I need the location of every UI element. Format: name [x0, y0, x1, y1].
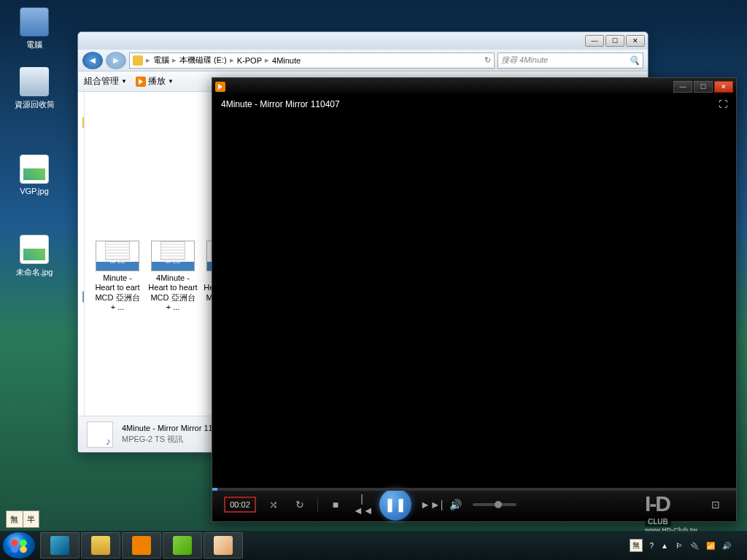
folder-icon [133, 55, 143, 66]
mute-button[interactable]: 🔊 [446, 499, 464, 510]
forward-button[interactable]: ► [106, 52, 126, 69]
taskbar-explorer[interactable] [81, 532, 120, 559]
player-minimize-button[interactable]: — [673, 81, 692, 93]
nav-pane: 我的最愛下載桌面最近的位置媒體櫃文件音樂視訊圖片家用群組電腦本機磁碟 (C:)本… [78, 92, 85, 416]
now-playing-title: 4Minute - Mirror Mirror 110407 [221, 99, 340, 109]
time-display: 00:02 [224, 497, 256, 513]
file-item[interactable]: Minute - Heart to eart MCD 亞洲台 + ... [90, 238, 144, 314]
organize-button[interactable]: 組合管理 ▼ [84, 75, 127, 88]
breadcrumb[interactable]: ▸電腦 ▸本機磁碟 (E:) ▸K-POP ▸4Minute ↻ [129, 52, 495, 69]
breadcrumb-item[interactable]: 本機磁碟 (E:) [179, 55, 227, 66]
video-area[interactable] [212, 113, 736, 488]
media-player-window: — ☐ ✕ 4Minute - Mirror Mirror 110407 ⛶ 0… [212, 77, 737, 522]
ime-toolbar[interactable]: 無 半 [6, 510, 39, 528]
play-icon [136, 77, 146, 87]
file-type-icon [87, 421, 113, 448]
tray-expand-icon[interactable]: ▲ [661, 542, 668, 550]
search-icon: 🔍 [629, 55, 640, 66]
maximize-button[interactable]: ☐ [605, 35, 624, 47]
refresh-icon[interactable]: ↻ [484, 55, 491, 65]
wmp-icon [215, 82, 225, 92]
back-button[interactable]: ◄ [82, 52, 103, 69]
desktop-icon-img-file[interactable]: 未命名.jpg [9, 235, 60, 278]
seek-bar[interactable] [212, 488, 736, 491]
desktop-icon-computer[interactable]: 電腦 [9, 7, 60, 50]
volume-slider[interactable] [473, 503, 516, 506]
repeat-button[interactable]: ↻ [291, 499, 309, 510]
watermark: I-D CLUB www.HD-Club.tw [645, 491, 740, 528]
minimize-button[interactable]: — [585, 35, 604, 47]
network-icon[interactable]: 📶 [706, 542, 715, 550]
breadcrumb-item[interactable]: 電腦 [153, 55, 169, 66]
player-titlebar[interactable]: — ☐ ✕ [212, 78, 736, 96]
taskbar: 無 ? ▲ 🏳 🔌 📶 🔊 [0, 531, 747, 560]
player-maximize-button[interactable]: ☐ [694, 81, 713, 93]
action-center-icon[interactable]: 🏳 [676, 542, 683, 550]
play-pause-button[interactable]: ❚❚ [379, 489, 411, 521]
taskbar-paint[interactable] [204, 532, 243, 559]
start-button[interactable] [3, 532, 35, 559]
breadcrumb-item[interactable]: K-POP [237, 56, 262, 65]
next-button[interactable]: ►►| [420, 499, 438, 510]
fullscreen-icon[interactable]: ⛶ [719, 99, 727, 109]
breadcrumb-item[interactable]: 4Minute [272, 56, 301, 65]
close-button[interactable]: ✕ [626, 35, 645, 47]
taskbar-wmp[interactable] [122, 532, 161, 559]
prev-button[interactable]: |◄◄ [353, 493, 371, 516]
search-input[interactable]: 搜尋 4Minute 🔍 [498, 52, 643, 69]
ime-tray-icon[interactable]: 無 [630, 539, 643, 552]
desktop-icon-recycle[interactable]: 資源回收筒 [9, 67, 60, 110]
player-close-button[interactable]: ✕ [714, 81, 733, 93]
help-icon[interactable]: ? [650, 542, 654, 550]
explorer-titlebar[interactable]: — ☐ ✕ [78, 32, 648, 50]
taskbar-ie[interactable] [40, 532, 80, 559]
volume-icon[interactable]: 🔊 [722, 542, 731, 550]
play-button[interactable]: 播放 ▼ [136, 75, 174, 88]
desktop-icon-img-file[interactable]: VGP.jpg [9, 155, 60, 195]
stop-button[interactable]: ■ [327, 499, 344, 510]
shuffle-button[interactable]: ⤭ [265, 499, 282, 510]
file-item[interactable]: 4Minute - Heart to heart MCD 亞洲台 + ... [146, 238, 200, 314]
taskbar-messenger[interactable] [163, 532, 202, 559]
power-icon[interactable]: 🔌 [690, 542, 699, 550]
system-tray: 無 ? ▲ 🏳 🔌 📶 🔊 [630, 539, 744, 552]
